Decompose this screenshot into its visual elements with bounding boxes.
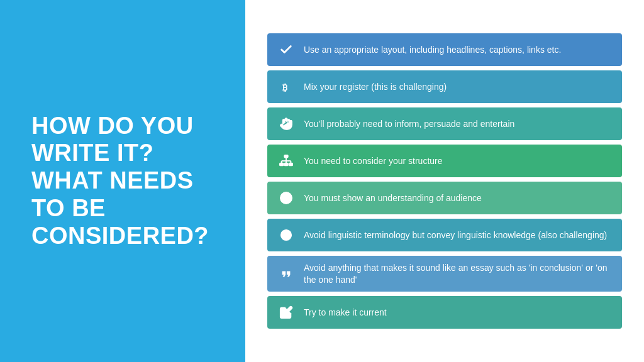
svg-point-12 bbox=[281, 230, 292, 241]
brain-icon bbox=[276, 225, 296, 245]
list-item-text-5: Avoid linguistic terminology but convey … bbox=[304, 229, 613, 241]
list-item-6: Avoid anything that makes it sound like … bbox=[267, 256, 622, 291]
list-item-2: You'll probably need to inform, persuade… bbox=[267, 107, 622, 140]
svg-rect-4 bbox=[289, 163, 293, 166]
pencil-icon bbox=[276, 302, 296, 322]
svg-rect-1 bbox=[284, 155, 288, 158]
svg-rect-3 bbox=[284, 163, 288, 166]
main-title: HOW DO YOU WRITE IT? WHAT NEEDS TO BE CO… bbox=[31, 112, 220, 250]
left-panel: HOW DO YOU WRITE IT? WHAT NEEDS TO BE CO… bbox=[0, 0, 245, 362]
right-panel: Use an appropriate layout, including hea… bbox=[245, 0, 644, 362]
list-item-1: ₿Mix your register (this is challenging) bbox=[267, 70, 622, 103]
bitcoin-icon: ₿ bbox=[276, 77, 296, 97]
list-item-text-3: You need to consider your structure bbox=[304, 155, 613, 167]
list-item-text-7: Try to make it current bbox=[304, 307, 613, 318]
list-item-text-1: Mix your register (this is challenging) bbox=[304, 81, 613, 92]
list-item-0: Use an appropriate layout, including hea… bbox=[267, 33, 622, 66]
list-item-7: Try to make it current bbox=[267, 296, 622, 329]
svg-rect-2 bbox=[280, 163, 284, 166]
list-item-4: You must show an understanding of audien… bbox=[267, 182, 622, 214]
mask-icon bbox=[276, 188, 296, 208]
list-item-3: You need to consider your structure bbox=[267, 145, 622, 177]
quote-icon bbox=[276, 264, 296, 284]
svg-text:₿: ₿ bbox=[282, 82, 287, 92]
list-item-text-4: You must show an understanding of audien… bbox=[304, 192, 613, 204]
list-item-text-2: You'll probably need to inform, persuade… bbox=[304, 118, 613, 129]
list-item-text-6: Avoid anything that makes it sound like … bbox=[304, 262, 613, 285]
check-icon bbox=[276, 40, 296, 60]
structure-icon bbox=[276, 151, 296, 171]
list-item-5: Avoid linguistic terminology but convey … bbox=[267, 219, 622, 251]
hand-icon bbox=[276, 114, 296, 134]
list-item-text-0: Use an appropriate layout, including hea… bbox=[304, 44, 613, 55]
